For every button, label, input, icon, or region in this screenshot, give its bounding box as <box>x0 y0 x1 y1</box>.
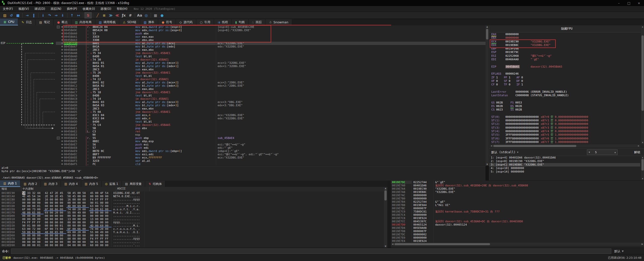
address-cell[interactable]: 0045BAA9 <box>64 48 86 51</box>
address-cell[interactable]: 0045BAF3 <box>64 159 86 163</box>
breakpoint-dot-cell[interactable] <box>60 68 64 71</box>
stack-row[interactable]: 0019E79C022527A4&"`gE" <box>391 181 644 184</box>
breakpoint-dot-cell[interactable] <box>60 71 64 74</box>
open-file-button[interactable]: ▨ <box>2 13 8 18</box>
argument-row[interactable]: 1: [esp+4] 00401DA6 daxxor(32).00401DA6 <box>489 156 640 160</box>
address-cell[interactable]: 0045BAD0 <box>64 104 86 107</box>
address-cell[interactable]: 0045BAE7 <box>64 143 86 146</box>
run-button[interactable]: → <box>24 13 30 18</box>
menu-item[interactable]: 文件(F) <box>0 7 16 11</box>
register-line[interactable]: ST(7)3FFF8000000000000000x87r7空1.0000000… <box>489 140 640 144</box>
breakpoint-dot-cell[interactable] <box>60 97 64 100</box>
stack-row[interactable]: 0019E7CC0045397C返回到 daxxor(32).sub_4538A… <box>391 220 644 223</box>
register-line[interactable]: EDI004664A0"`gE" <box>489 58 640 61</box>
chevron-down-icon[interactable]: ▼ <box>622 250 624 252</box>
disasm-row[interactable]: 0045BAB9. v75 26jne daxxor(32).45BAE1 <box>56 71 486 74</box>
tab-script[interactable]: ▨脚本 <box>140 19 158 25</box>
breakpoint-dot-cell[interactable] <box>60 120 64 123</box>
chevron-down-icon[interactable]: ▼ <box>517 151 518 153</box>
dump-tab-memory-3[interactable]: ▥内存 3 <box>41 181 61 187</box>
disasm-row[interactable]: −0045BA98r.8B4C24 04mov ecx,dword ptr ss… <box>56 25 486 29</box>
dump-scrollbar[interactable]: ▲▼ <box>384 187 387 248</box>
disasm-row[interactable]: 0045BAD0.8A5A 03mov bl,byte ptr ds:[edx+… <box>56 104 486 107</box>
ordinal-button[interactable]: # <box>127 13 134 18</box>
menu-item[interactable]: 帮助(H) <box>114 7 130 11</box>
disasm-row[interactable]: 0045BAF3.32C0xor al,al <box>56 159 486 163</box>
dump-row[interactable]: 0019ED8000 00 00 0000 00 00 0000 00 00 0… <box>0 240 387 244</box>
breakpoint-dot-cell[interactable] <box>60 84 64 87</box>
address-cell[interactable]: 0045BADD <box>64 120 86 123</box>
stack-row[interactable]: 0019E7B000000000 <box>391 197 644 200</box>
address-cell[interactable]: 0045BAE5 <box>64 140 86 143</box>
breakpoint-dot-cell[interactable] <box>60 133 64 136</box>
unlock-button[interactable]: 解锁 <box>618 150 644 154</box>
address-cell[interactable]: 0045BACD <box>64 100 86 104</box>
breakpoint-dot-cell[interactable] <box>60 114 64 117</box>
breakpoint-dot-cell[interactable] <box>60 29 64 32</box>
stack-pane[interactable]: 0019E79C022527A4&"`gE"0019E7A000401DA6返回… <box>391 181 644 248</box>
tab-seh[interactable]: ⚠SEH链 <box>119 19 140 25</box>
argument-row[interactable]: 3: [esp+C] 0019EB8C "X32DBG.EXE" <box>489 163 640 167</box>
tab-memory-map[interactable]: ▥内存布局 <box>71 19 95 25</box>
disasm-row[interactable]: 0045BAE2L.C3ret <box>56 130 486 133</box>
function-button[interactable]: ƒx <box>120 13 127 18</box>
address-cell[interactable]: 0045BAC5 <box>64 87 86 91</box>
dump-tab-memory-4[interactable]: ▥内存 4 <box>61 181 81 187</box>
breakpoint-dot-cell[interactable] <box>60 149 64 153</box>
breakpoint-dot-cell[interactable] <box>60 107 64 110</box>
breakpoint-dot-cell[interactable] <box>60 159 64 163</box>
arguments-vscrollbar[interactable]: ▲▼ <box>641 156 644 180</box>
tab-references[interactable]: ○引用 <box>196 19 214 25</box>
address-cell[interactable]: 0045BAD5 <box>64 110 86 114</box>
hide-fpu-button[interactable]: 隐藏FPU <box>489 25 644 32</box>
browser-button[interactable]: ● <box>159 13 165 18</box>
dump-row[interactable]: 0019ECC000 00 00 0000 00 00 0000 00 00 0… <box>0 201 387 204</box>
address-cell[interactable]: 0045BABB <box>64 74 86 78</box>
address-cell[interactable]: 0045BAE9 <box>64 149 86 153</box>
calling-convention-select[interactable]: 默认 (stdcall) <box>489 150 515 154</box>
breakpoint-dot-cell[interactable] <box>60 110 64 114</box>
stop-button[interactable]: ■ <box>15 13 21 18</box>
disasm-row[interactable]: 0045BAAB. v75 34jne daxxor(32).45BAE1 <box>56 51 486 55</box>
dump-row[interactable]: 0019ECB000 00 00 0016 00 00 0016 00 00 0… <box>0 198 387 201</box>
address-cell[interactable]: 0045BAF5 <box>64 163 86 166</box>
comment-button[interactable]: ≡ <box>101 13 107 18</box>
execute-till-return-button[interactable]: ⇒ <box>53 13 59 18</box>
stack-row[interactable]: 0019E7DC00000002 <box>391 233 644 236</box>
breakpoint-dot-cell[interactable] <box>60 74 64 78</box>
disasm-row[interactable]: 0045BAC7. v75 18jne daxxor(32).45BAE1 <box>56 91 486 94</box>
address-cell[interactable]: 0045BAAF <box>64 58 86 61</box>
breakpoint-dot-cell[interactable] <box>60 32 64 35</box>
disasm-row[interactable]: 0045BAE390nop <box>56 133 486 136</box>
dump-row[interactable]: 0019ECD000 00 00 0100 00 00 004D 00 69 0… <box>0 204 387 208</box>
breakpoint-dot-cell[interactable] <box>60 48 64 51</box>
pause-button[interactable]: ‖ <box>30 13 37 18</box>
disasm-row[interactable]: 0045BAD3.2BC3sub eax,ebx <box>56 107 486 110</box>
breakpoint-dot-cell[interactable] <box>60 146 64 149</box>
stack-row[interactable]: 0019E7A000401DA6返回到 daxxor(32).sub_401B9… <box>391 184 644 187</box>
goto-button[interactable]: ◎ <box>143 13 149 18</box>
stack-hscrollbar[interactable]: ◀▶ <box>391 243 644 246</box>
disasm-row[interactable]: 0045BAE9.8B7D 0Cmov edi,dword ptr ss:[eb… <box>56 149 486 153</box>
dump-row[interactable]: 0019ED0000 00 00 0000 00 00 0000 00 00 0… <box>0 214 387 218</box>
address-cell[interactable]: 0045BAB9 <box>64 71 86 74</box>
address-cell[interactable]: 0045BAC7 <box>64 91 86 94</box>
dump-tab-watch-1[interactable]: ◎监视 1 <box>102 181 122 187</box>
menu-item[interactable]: 选项(O) <box>98 7 114 11</box>
breakpoint-dot-cell[interactable] <box>60 91 64 94</box>
address-cell[interactable]: 0045BAEE <box>64 156 86 159</box>
breakpoint-dot-cell[interactable] <box>60 127 64 130</box>
stack-row[interactable]: 0019E7D000465124daxxor(32).00465124 <box>391 223 644 226</box>
hex-dump-pane[interactable]: 0019EC9058 33 32 4442 47 2E 4558 45 00 5… <box>0 191 387 248</box>
disasm-row[interactable]: 0045BACD.8A41 03mov al,byte ptr ds:[ecx+… <box>56 100 486 104</box>
disasm-row[interactable]: 0045BAC2.8A5A 02mov bl,byte ptr ds:[edx+… <box>56 84 486 87</box>
disasm-row[interactable]: 0045BAC9.84DBtest bl,bl <box>56 94 486 97</box>
disasm-row[interactable]: 0045BAA1.33C0xor eax,eax <box>56 35 486 38</box>
disassembly-pane[interactable]: EIP −0045BA98r.8B4C24 04mov ecx,dword pt… <box>0 25 486 166</box>
register-line[interactable]: ST(1)00000000000000000000x87r1空0.0000000… <box>489 119 640 122</box>
stack-row[interactable]: 0019E7C400000000 <box>391 213 644 217</box>
dump-row[interactable]: 0019ECE06F 00 73 006F 00 66 0074 00 20 0… <box>0 208 387 211</box>
disasm-row[interactable]: 0045BACB. v74 14je daxxor(32).45BAE1 <box>56 97 486 100</box>
stack-row[interactable]: 0019E7D80000007F <box>391 230 644 233</box>
register-line[interactable]: LastError00000006 (ERROR_INVALID_HANDLE) <box>489 90 640 94</box>
